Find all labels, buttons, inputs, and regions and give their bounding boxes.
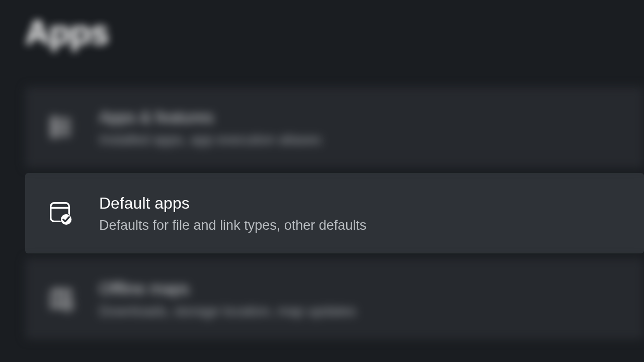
apps-list-icon <box>48 114 74 140</box>
default-apps-icon <box>48 200 74 226</box>
settings-item-default-apps[interactable]: Default apps Defaults for file and link … <box>25 173 644 254</box>
item-title: Default apps <box>99 193 366 214</box>
item-title: Offline maps <box>99 279 356 300</box>
settings-item-offline-maps[interactable]: Offline maps Downloads, storage location… <box>25 258 644 339</box>
item-subtitle: Defaults for file and link types, other … <box>99 218 366 233</box>
settings-item-apps-features[interactable]: Apps & features Installed apps, app exec… <box>25 87 644 168</box>
page-title: Apps <box>0 0 644 52</box>
item-title: Apps & features <box>99 107 321 128</box>
item-subtitle: Downloads, storage location, map updates <box>99 304 356 319</box>
offline-maps-icon <box>48 286 74 312</box>
item-subtitle: Installed apps, app execution aliases <box>99 132 321 148</box>
svg-rect-0 <box>52 118 55 137</box>
settings-list: Apps & features Installed apps, app exec… <box>25 87 644 339</box>
